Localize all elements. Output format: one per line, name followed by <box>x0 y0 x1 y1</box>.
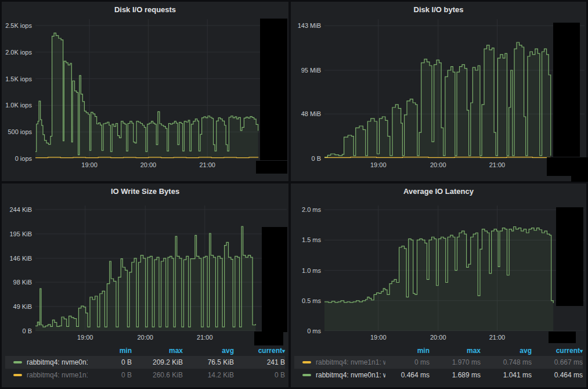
y-tick-label: 0 B <box>311 155 321 162</box>
y-tick-label: 1.0K iops <box>5 102 32 109</box>
y-tick-label: 49 KiB <box>13 303 32 310</box>
legend-header-min[interactable]: min <box>88 347 132 355</box>
panel-io-write-size-bytes: IO Write Size Bytes 244 KiB195 KiB146 Ki… <box>2 183 288 387</box>
legend-row[interactable]: rabbitmq4: nvme0n1: write0 B209.2 KiB76.… <box>5 356 285 369</box>
redaction-box <box>553 23 580 157</box>
redaction-box <box>571 175 588 182</box>
x-tick-label: 21:00 <box>489 334 506 341</box>
y-tick-label: 95 MiB <box>301 67 321 74</box>
y-tick-label: 0.5 ms <box>302 297 321 304</box>
chart-canvas[interactable] <box>35 206 287 331</box>
y-tick-label: 2.0 ms <box>302 206 321 213</box>
y-tick-label: 1.5 ms <box>302 236 321 243</box>
x-axis: 19:0020:0021:00 <box>35 161 287 170</box>
y-axis: 2.5K iops2.0K iops1.5K iops1.0K iops500 … <box>2 19 32 159</box>
x-tick-label: 21:00 <box>199 161 215 168</box>
x-tick-label: 20:00 <box>430 334 446 341</box>
x-tick-label: 20:00 <box>137 334 153 341</box>
y-axis: 2.0 ms1.5 ms1.0 ms0.5 ms0 ms <box>291 206 321 331</box>
legend-value-min: 0.464 ms <box>385 371 430 379</box>
chart-plot[interactable] <box>35 206 287 331</box>
legend: minmaxavgcurrent▾rabbitmq4: nvme0n1: wri… <box>5 345 285 384</box>
legend-value-avg: 76.5 KiB <box>183 358 234 366</box>
legend-row[interactable]: rabbitmq4: nvme1n1: write0 ms1.970 ms0.7… <box>294 356 583 369</box>
chart-plot[interactable] <box>324 206 585 331</box>
chart-plot[interactable] <box>324 19 585 159</box>
legend-value-max: 1.689 ms <box>430 371 481 379</box>
panel-title[interactable]: IO Write Size Bytes <box>2 187 288 196</box>
x-tick-label: 19:00 <box>81 161 98 168</box>
redaction-box <box>556 207 583 306</box>
legend-series-label[interactable]: rabbitmq4: nvme1n1: write <box>316 358 385 366</box>
legend-series-swatch[interactable] <box>13 374 22 376</box>
panel-average-io-latency: Average IO Latency 2.0 ms1.5 ms1.0 ms0.5… <box>291 183 586 387</box>
legend-header-min[interactable]: min <box>385 347 430 355</box>
legend-value-max: 209.2 KiB <box>132 358 183 366</box>
y-tick-label: 2.5K iops <box>5 22 32 29</box>
legend-header-avg[interactable]: avg <box>481 347 532 355</box>
legend: minmaxavgcurrent▾rabbitmq4: nvme1n1: wri… <box>294 345 583 384</box>
legend-value-avg: 0.748 ms <box>481 358 532 366</box>
redaction-box <box>547 157 588 176</box>
legend-series-label[interactable]: rabbitmq4: nvme0n1: write <box>316 371 385 379</box>
redaction-box <box>254 332 283 345</box>
y-tick-label: 0 B <box>22 327 32 334</box>
legend-header-max[interactable]: max <box>132 347 183 355</box>
panel-title[interactable]: Disk I/O bytes <box>291 5 586 14</box>
legend-row[interactable]: rabbitmq4: nvme1n1: write0 B260.6 KiB14.… <box>5 369 285 381</box>
legend-value-current: 0 B <box>234 371 285 379</box>
y-tick-label: 1.5K iops <box>5 75 32 82</box>
x-axis: 19:0020:0021:00 <box>35 334 287 342</box>
legend-value-min: 0 ms <box>385 358 430 366</box>
legend-value-max: 1.970 ms <box>430 358 481 366</box>
legend-series-label[interactable]: rabbitmq4: nvme0n1: write <box>27 358 88 366</box>
legend-series-label[interactable]: rabbitmq4: nvme1n1: write <box>27 371 88 379</box>
legend-value-min: 0 B <box>88 358 132 366</box>
y-tick-label: 146 KiB <box>9 255 32 262</box>
y-axis: 143 MiB95 MiB48 MiB0 B <box>291 19 321 159</box>
legend-row[interactable]: rabbitmq4: nvme0n1: write0.464 ms1.689 m… <box>294 369 583 381</box>
legend-series-swatch[interactable] <box>302 374 311 376</box>
y-tick-label: 500 iops <box>8 128 32 135</box>
redaction-box <box>549 332 576 343</box>
x-axis: 19:0020:0021:00 <box>324 161 585 170</box>
legend-series-swatch[interactable] <box>302 361 311 363</box>
legend-header-avg[interactable]: avg <box>183 347 234 355</box>
y-tick-label: 0 ms <box>307 327 321 334</box>
x-tick-label: 19:00 <box>370 334 387 341</box>
x-tick-label: 19:00 <box>370 161 387 168</box>
y-tick-label: 98 KiB <box>13 279 32 286</box>
chart-canvas[interactable] <box>35 19 287 159</box>
y-tick-label: 1.0 ms <box>302 267 321 274</box>
legend-header-max[interactable]: max <box>430 347 481 355</box>
chart-canvas[interactable] <box>324 19 585 159</box>
legend-value-avg: 14.2 KiB <box>183 371 234 379</box>
legend-value-min: 0 B <box>88 371 132 379</box>
y-tick-label: 48 MiB <box>301 110 321 117</box>
chart-plot[interactable] <box>35 19 287 159</box>
series-fill <box>324 227 553 331</box>
chart-canvas[interactable] <box>324 206 585 331</box>
legend-series-swatch[interactable] <box>13 361 22 363</box>
y-axis: 244 KiB195 KiB146 KiB98 KiB49 KiB0 B <box>2 206 32 331</box>
legend-value-current: 0.464 ms <box>532 371 583 379</box>
x-tick-label: 21:00 <box>197 334 213 341</box>
legend-header-row: minmaxavgcurrent▾ <box>5 345 285 356</box>
legend-header-row: minmaxavgcurrent▾ <box>294 345 583 356</box>
series-line <box>35 157 258 158</box>
sort-caret-icon: ▾ <box>580 348 583 354</box>
legend-header-current[interactable]: current▾ <box>532 347 583 355</box>
series-fill <box>35 33 258 159</box>
legend-header-current[interactable]: current▾ <box>234 347 285 355</box>
panel-title[interactable]: Average IO Latency <box>291 187 586 196</box>
y-tick-label: 244 KiB <box>9 206 32 213</box>
x-tick-label: 21:00 <box>489 161 506 168</box>
panel-title[interactable]: Disk I/O requests <box>2 5 288 14</box>
redaction-box <box>256 161 287 174</box>
y-tick-label: 0 iops <box>15 155 32 162</box>
legend-value-avg: 1.041 ms <box>481 371 532 379</box>
redaction-box <box>260 19 287 160</box>
y-tick-label: 2.0K iops <box>5 49 32 56</box>
x-tick-label: 20:00 <box>430 161 446 168</box>
x-tick-label: 20:00 <box>140 161 157 168</box>
